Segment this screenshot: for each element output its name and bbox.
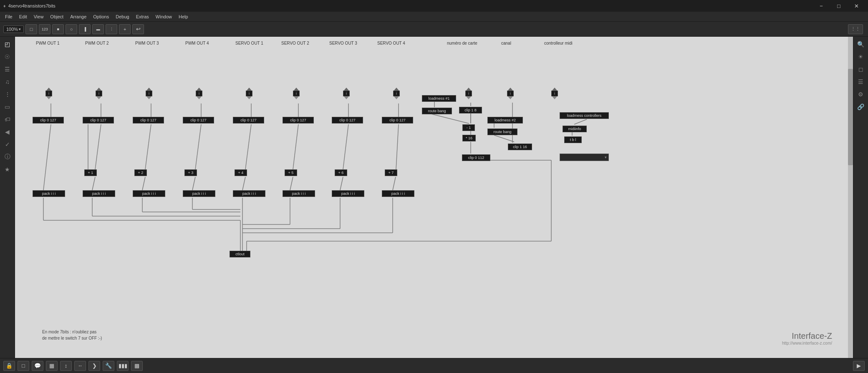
pack-obj-8[interactable]: pack i i i — [382, 190, 414, 197]
side-v[interactable]: ✓ — [2, 139, 13, 150]
clip-obj-8[interactable]: clip 0 127 — [382, 117, 413, 123]
toolbar-select[interactable]: □ — [25, 24, 37, 34]
loadmess-1[interactable]: loadmess #1 — [422, 95, 456, 102]
grid-toggle[interactable]: ⋮⋮ — [848, 24, 863, 34]
status-grid-dots[interactable]: ⋅⋅ — [74, 361, 86, 371]
inlet-6-down-arrow — [294, 96, 299, 99]
clip-obj-7[interactable]: clip 0 127 — [332, 117, 363, 123]
add-5[interactable]: + 5 — [285, 169, 297, 176]
status-wrench[interactable]: 🔧 — [103, 361, 114, 371]
minus-1[interactable]: - 1 — [462, 124, 475, 131]
scrollbar-thumb[interactable] — [848, 69, 853, 165]
status-comment[interactable]: 💬 — [32, 361, 43, 371]
status-rect[interactable]: □ — [18, 361, 29, 371]
pack-obj-5[interactable]: pack i i i — [233, 190, 265, 197]
side-right-list[interactable]: ☰ — [855, 76, 867, 88]
menu-view[interactable]: View — [30, 13, 47, 20]
clip-obj-6[interactable]: clip 0 127 — [283, 117, 314, 123]
inlet-5-up-arrow — [247, 88, 252, 91]
menu-options[interactable]: Options — [90, 13, 112, 20]
menu-object[interactable]: Object — [47, 13, 67, 20]
dropdown-select[interactable]: ▾ — [560, 154, 609, 161]
side-star[interactable]: ★ — [2, 164, 13, 175]
status-copy[interactable]: ▦ — [46, 361, 58, 371]
side-right-search[interactable]: 🔍 — [855, 38, 867, 50]
status-cursor[interactable]: ❯ — [88, 361, 100, 371]
status-lock[interactable]: 🔒 — [3, 361, 15, 371]
toolbar-vslider[interactable]: ▐ — [79, 24, 91, 34]
pack-obj-2[interactable]: pack i i i — [83, 190, 115, 197]
svg-line-13 — [195, 124, 201, 169]
pack-obj-6[interactable]: pack i i i — [283, 190, 315, 197]
clip-obj-9[interactable]: clip 1 8 — [459, 107, 482, 113]
inlet-1-label: i — [45, 91, 52, 96]
inlet-3-down-arrow — [146, 96, 151, 99]
status-arrows[interactable]: ↕ — [60, 361, 72, 371]
side-target[interactable]: ☉ — [2, 51, 13, 63]
menu-extras[interactable]: Extras — [133, 13, 152, 20]
menu-edit[interactable]: Edit — [16, 13, 30, 20]
side-layers[interactable]: ☰ — [2, 63, 13, 75]
menu-arrange[interactable]: Arrange — [67, 13, 90, 20]
clip-obj-5[interactable]: clip 0 127 — [233, 117, 264, 123]
clip-obj-3[interactable]: clip 0 127 — [133, 117, 164, 123]
ctlout-obj[interactable]: ctlout — [230, 251, 250, 257]
side-note[interactable]: ♫ — [2, 76, 13, 88]
status-play[interactable]: ▶ — [853, 361, 865, 371]
col-label-servo3: SERVO OUT 3 — [329, 41, 357, 45]
pack-obj-3[interactable]: pack i i i — [133, 190, 165, 197]
side-right-settings[interactable]: ⚙ — [855, 88, 867, 100]
side-right-plug[interactable]: 🔗 — [855, 101, 867, 113]
inlet-10-down-arrow — [508, 96, 513, 99]
side-cube[interactable]: ◰ — [2, 38, 13, 50]
menu-debug[interactable]: Debug — [112, 13, 132, 20]
svg-line-19 — [142, 177, 145, 190]
side-right-eye[interactable]: ☀ — [855, 51, 867, 63]
toolbar-grid[interactable]: ⋮ — [106, 24, 117, 34]
midiinfo-obj[interactable]: midiinfo — [563, 126, 587, 132]
side-info[interactable]: ⓘ — [2, 151, 13, 163]
close-button[interactable]: ✕ — [848, 0, 865, 12]
clip-obj-1[interactable]: clip 0 127 — [33, 117, 64, 123]
add-1[interactable]: + 1 — [84, 169, 97, 176]
toolbar-hslider[interactable]: ▬ — [92, 24, 104, 34]
toolbar-toggle[interactable]: ■ — [52, 24, 64, 34]
pack-obj-4[interactable]: pack i i i — [183, 190, 215, 197]
side-tag[interactable]: 🏷 — [2, 113, 13, 125]
clip-obj-4[interactable]: clip 0 127 — [183, 117, 214, 123]
pack-obj-7[interactable]: pack i i i — [332, 190, 364, 197]
add-6[interactable]: + 6 — [335, 169, 347, 176]
route-bang-2[interactable]: route bang — [487, 129, 517, 135]
patch-canvas[interactable]: PWM OUT 1 PWM OUT 2 PWM OUT 3 PWM OUT 4 … — [15, 37, 853, 358]
add-7[interactable]: + 7 — [385, 169, 397, 176]
toolbar-add[interactable]: + — [119, 24, 131, 34]
side-dots[interactable]: ⋮ — [2, 88, 13, 100]
loadmess-2[interactable]: loadmess #2 — [487, 117, 523, 123]
mul-16[interactable]: * 16 — [462, 135, 476, 141]
zoom-level[interactable]: 100% ▾ — [3, 25, 24, 33]
tbl-obj[interactable]: t b l — [564, 136, 582, 143]
add-3[interactable]: + 3 — [184, 169, 197, 176]
maximize-button[interactable]: □ — [830, 0, 847, 12]
pack-obj-1[interactable]: pack i i i — [33, 190, 65, 197]
clip-obj-10[interactable]: clip 1 16 — [508, 144, 532, 150]
side-right-panel[interactable]: ◻ — [855, 63, 867, 75]
toolbar-num[interactable]: 123 — [39, 24, 50, 34]
canvas-scrollbar[interactable] — [848, 37, 853, 358]
toolbar-bang[interactable]: ○ — [66, 24, 77, 34]
toolbar-undo[interactable]: ↩ — [132, 24, 144, 34]
status-keyboard[interactable]: ▩ — [131, 361, 143, 371]
add-4[interactable]: + 4 — [235, 169, 247, 176]
route-bang-1[interactable]: route bang — [422, 108, 452, 114]
menu-window[interactable]: Window — [152, 13, 175, 20]
status-bars[interactable]: ▮▮▮ — [117, 361, 129, 371]
minimize-button[interactable]: − — [813, 0, 830, 12]
loadmess-controllers[interactable]: loadmess controllers — [560, 112, 609, 119]
clip-obj-11[interactable]: clip 0 112 — [462, 154, 490, 161]
clip-obj-2[interactable]: clip 0 127 — [83, 117, 114, 123]
menu-file[interactable]: File — [2, 13, 16, 20]
side-frame[interactable]: ▭ — [2, 101, 13, 113]
menu-help[interactable]: Help — [175, 13, 192, 20]
add-2[interactable]: + 2 — [134, 169, 147, 176]
side-back[interactable]: ◀ — [2, 126, 13, 138]
